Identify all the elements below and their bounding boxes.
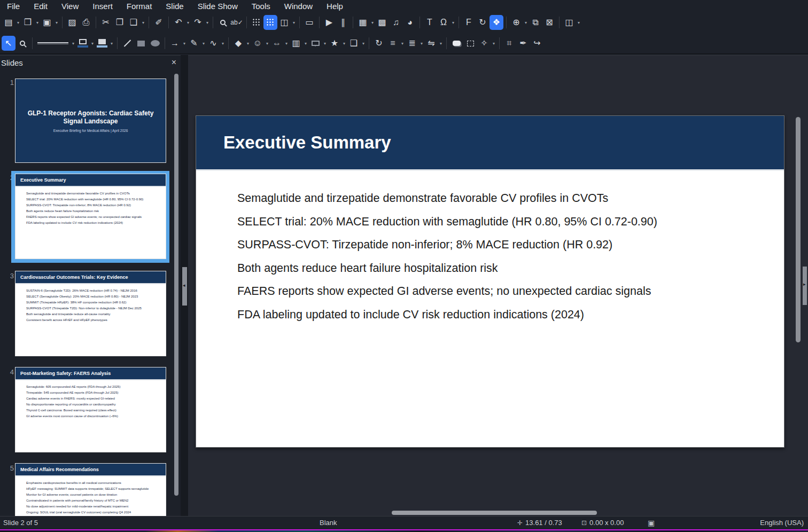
save-icon[interactable]: ▣: [40, 15, 54, 30]
extrusion-icon[interactable]: ↪: [530, 36, 544, 51]
insert-media-icon[interactable]: ♫: [389, 15, 403, 30]
arrange-dropdown[interactable]: ▾: [419, 41, 424, 46]
flowchart-shapes-icon[interactable]: ▥: [289, 36, 303, 51]
object-size-field[interactable]: ⊡ 0.00 x 0.00: [581, 519, 624, 527]
clone-formatting-icon[interactable]: ✐: [152, 15, 166, 30]
star-shapes-dropdown[interactable]: ▾: [341, 41, 347, 46]
basic-shapes-icon[interactable]: ◆: [231, 36, 245, 51]
image-filter-icon[interactable]: ✧: [477, 36, 491, 51]
connectors-dropdown[interactable]: ▾: [220, 41, 226, 46]
start-from-current-slide-icon[interactable]: ∥: [336, 15, 350, 30]
menu-window[interactable]: Window: [277, 1, 320, 11]
start-from-first-slide-icon[interactable]: ▶: [322, 15, 336, 30]
master-slide-icon[interactable]: ▭: [302, 15, 316, 30]
display-views-icon[interactable]: ◫: [277, 15, 291, 30]
insert-table-dropdown[interactable]: ▾: [370, 20, 375, 25]
flowchart-shapes-dropdown[interactable]: ▾: [303, 41, 308, 46]
slide-body-text[interactable]: Semaglutide and tirzepatide demonstrate …: [196, 171, 784, 326]
lines-and-arrows-icon[interactable]: →: [168, 36, 182, 51]
3d-objects-icon[interactable]: ❑: [347, 36, 361, 51]
image-filter-dropdown[interactable]: ▾: [491, 41, 496, 46]
symbol-shapes-dropdown[interactable]: ▾: [265, 41, 270, 46]
current-slide[interactable]: Executive Summary Semaglutide and tirzep…: [196, 115, 784, 448]
find-replace-icon[interactable]: [216, 15, 230, 30]
line-color-button[interactable]: [76, 36, 90, 51]
callout-shapes-dropdown[interactable]: ▾: [322, 41, 328, 46]
insert-table-icon[interactable]: ▦: [356, 15, 370, 30]
save-status-icon[interactable]: ▣: [648, 519, 655, 527]
undo-icon[interactable]: ↶: [172, 15, 185, 30]
callout-shapes-icon[interactable]: [308, 36, 322, 51]
slide-layout-dropdown[interactable]: ▾: [576, 20, 581, 25]
menu-view[interactable]: View: [55, 1, 86, 11]
new-document-dropdown[interactable]: ▾: [15, 20, 21, 25]
duplicate-slide-icon[interactable]: ⧉: [529, 15, 542, 30]
insert-image-icon[interactable]: ▩: [375, 15, 389, 30]
menu-edit[interactable]: Edit: [27, 1, 55, 11]
curves-polygons-dropdown[interactable]: ▾: [201, 41, 206, 46]
3d-objects-dropdown[interactable]: ▾: [361, 41, 366, 46]
open-dropdown[interactable]: ▾: [35, 20, 40, 25]
insert-line-icon[interactable]: [120, 36, 134, 51]
star-shapes-icon[interactable]: ★: [328, 36, 341, 51]
snap-to-grid-icon[interactable]: [263, 15, 277, 30]
redo-dropdown[interactable]: ▾: [205, 20, 210, 25]
slide-layout-icon[interactable]: ◫: [562, 15, 576, 30]
undo-dropdown[interactable]: ▾: [185, 20, 191, 25]
shadow-icon[interactable]: [449, 36, 463, 51]
sidebar-splitter[interactable]: ▸: [803, 267, 807, 305]
menu-help[interactable]: Help: [320, 1, 350, 11]
language-status[interactable]: English (USA): [760, 519, 804, 527]
new-slide-dropdown[interactable]: ▾: [523, 20, 529, 25]
panel-splitter[interactable]: ◂: [181, 55, 188, 516]
paste-dropdown[interactable]: ▾: [141, 20, 146, 25]
save-dropdown[interactable]: ▾: [54, 20, 59, 25]
fill-color-button[interactable]: [95, 36, 109, 51]
block-arrows-icon[interactable]: ⇔: [270, 36, 284, 51]
line-color-dropdown[interactable]: ▾: [90, 41, 95, 46]
cut-icon[interactable]: ✂: [99, 15, 113, 30]
menu-slide[interactable]: Slide: [159, 1, 190, 11]
menu-tools[interactable]: Tools: [245, 1, 277, 11]
align-objects-icon[interactable]: ≡: [386, 36, 400, 51]
new-slide-icon[interactable]: ⊕: [509, 15, 523, 30]
new-document-icon[interactable]: ▤: [2, 15, 15, 30]
connectors-icon[interactable]: ∿: [206, 36, 220, 51]
close-icon[interactable]: ×: [172, 58, 176, 67]
line-style-select[interactable]: [35, 36, 71, 51]
crop-image-icon[interactable]: [463, 36, 477, 51]
basic-shapes-dropdown[interactable]: ▾: [245, 41, 251, 46]
rotate-object-icon[interactable]: ↻: [372, 36, 386, 51]
panel-scrollbar[interactable]: [174, 74, 178, 496]
open-icon[interactable]: ❒: [21, 15, 35, 30]
zoom-pan-icon[interactable]: [15, 36, 29, 51]
print-icon[interactable]: ⎙: [79, 15, 93, 30]
export-pdf-icon[interactable]: ▨: [65, 15, 79, 30]
symbol-shapes-icon[interactable]: ☺: [251, 36, 265, 51]
distribute-dropdown[interactable]: ▾: [438, 41, 444, 46]
align-objects-dropdown[interactable]: ▾: [400, 41, 405, 46]
rectangle-icon[interactable]: [134, 36, 148, 51]
special-character-dropdown[interactable]: ▾: [450, 20, 456, 25]
rotate-icon[interactable]: ↻: [476, 15, 490, 30]
spelling-icon[interactable]: ab✓: [230, 15, 244, 30]
cursor-position-field[interactable]: ✛ 13.61 / 0.73: [517, 519, 562, 527]
menu-file[interactable]: File: [0, 1, 27, 11]
delete-slide-icon[interactable]: ⊠: [542, 15, 556, 30]
menu-insert[interactable]: Insert: [86, 1, 120, 11]
arrange-icon[interactable]: ≣: [405, 36, 419, 51]
slide-thumbnail-4[interactable]: Post-Marketing Safety: FAERS Analysis Se…: [15, 367, 166, 452]
edit-points-icon[interactable]: ⌗: [502, 36, 516, 51]
line-style-dropdown[interactable]: ▾: [71, 41, 76, 46]
display-grid-icon[interactable]: [250, 15, 263, 30]
vertical-scrollbar[interactable]: [796, 117, 801, 342]
ellipse-icon[interactable]: [148, 36, 162, 51]
insert-textbox-icon[interactable]: T: [423, 15, 437, 30]
redo-icon[interactable]: ↷: [191, 15, 205, 30]
draw-functions-icon[interactable]: ❖: [490, 15, 503, 30]
insert-chart-icon[interactable]: ◕: [403, 15, 417, 30]
fill-color-dropdown[interactable]: ▾: [109, 41, 114, 46]
slide-thumbnail-5[interactable]: Medical Affairs Recommendations Emphasiz…: [15, 463, 166, 516]
display-views-dropdown[interactable]: ▾: [291, 20, 297, 25]
menu-format[interactable]: Format: [120, 1, 159, 11]
